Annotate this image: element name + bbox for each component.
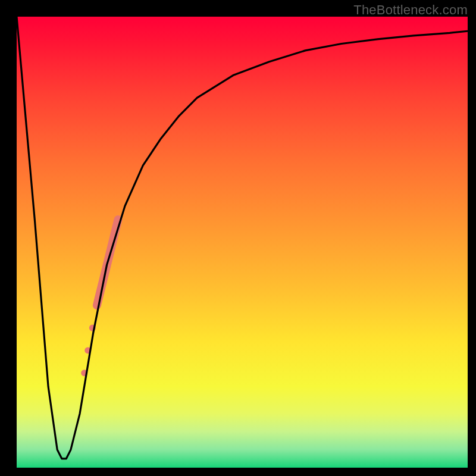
chart-stage: TheBottleneck.com (0, 0, 476, 476)
watermark-text: TheBottleneck.com (353, 2, 468, 18)
chart-svg (17, 17, 468, 468)
plot-area (17, 17, 468, 468)
curve-path (17, 17, 468, 459)
